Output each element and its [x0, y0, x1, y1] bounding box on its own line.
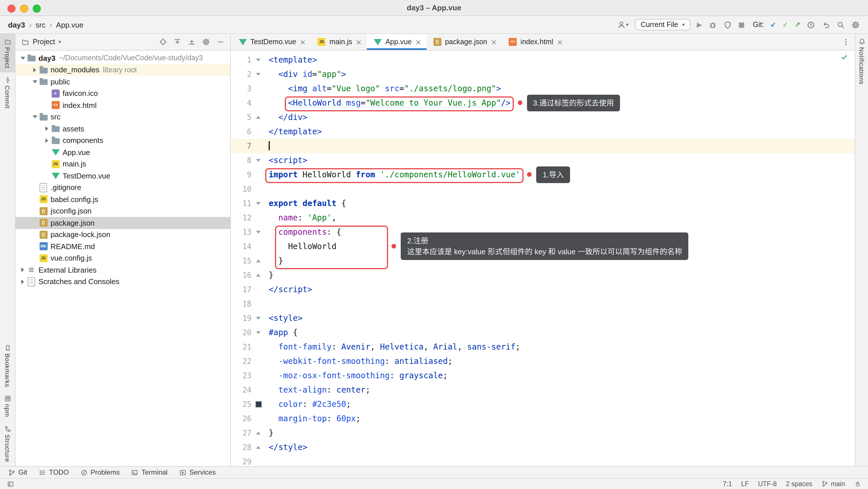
tree-item-day3[interactable]: day3~/Documents/Code/VueCode/vue-study/d… [16, 52, 230, 64]
tab-close-icon[interactable] [415, 38, 422, 45]
breadcrumb-item-src[interactable]: src [36, 20, 45, 29]
tool-stripe-item-bookmarks[interactable]: Bookmarks [0, 340, 15, 391]
fold-end-icon[interactable] [256, 259, 260, 262]
chevron-down-icon[interactable] [19, 53, 26, 64]
stop-button[interactable]: ■ [738, 20, 745, 29]
rollback-button[interactable] [822, 20, 830, 29]
tool-stripe-item-project[interactable]: Project [0, 34, 15, 72]
tree-item-package-json[interactable]: {}package.json [16, 217, 230, 229]
history-button[interactable] [807, 20, 815, 29]
collapse-all-icon[interactable] [188, 38, 196, 46]
code-line[interactable]: 4 <HelloWorld msg="Welcome to Your Vue.j… [231, 96, 855, 110]
fold-end-icon[interactable] [256, 274, 260, 276]
git-push-button[interactable]: ↗ [795, 20, 800, 29]
code-line[interactable]: 20#app { [231, 325, 855, 340]
tree-item-vue-config-js[interactable]: JSvue.config.js [16, 252, 230, 264]
close-window-button[interactable] [7, 5, 16, 12]
code-line[interactable]: 16} [231, 268, 855, 282]
tree-item-testdemo-vue[interactable]: TestDemo.vue [16, 170, 230, 182]
tool-stripe-item-npm[interactable]: npm [0, 391, 15, 421]
editor-tab-testdemo-vue[interactable]: TestDemo.vue [232, 34, 311, 50]
inspections-ok-icon[interactable] [840, 53, 848, 61]
code-line[interactable]: 22 -webkit-font-smoothing: antialiased; [231, 354, 855, 368]
indent-setting[interactable]: 2 spaces [786, 480, 812, 487]
chevron-right-icon[interactable] [19, 264, 26, 276]
tab-close-icon[interactable] [355, 38, 362, 45]
code-line[interactable]: 11export default { [231, 196, 855, 210]
tree-item-main-js[interactable]: JSmain.js [16, 158, 230, 170]
code-line[interactable]: 14 HelloWorld [231, 239, 855, 254]
debug-button[interactable] [708, 20, 717, 29]
panel-options-icon[interactable] [202, 38, 210, 46]
code-line[interactable]: 26 margin-top: 60px; [231, 412, 855, 426]
editor-tab-app-vue[interactable]: App.vue [367, 34, 427, 50]
tree-item-package-lock-json[interactable]: {}package-lock.json [16, 229, 230, 240]
tree-item-app-vue[interactable]: App.vue [16, 146, 230, 158]
code-line[interactable]: 12 name: 'App', [231, 210, 855, 225]
git-commit-button[interactable]: ✓ [782, 20, 788, 29]
git-update-button[interactable]: ↙ [770, 20, 776, 29]
code-line[interactable]: 2 <div id="app"> [231, 67, 855, 82]
tool-window-button-git[interactable]: Git [8, 468, 27, 477]
editor-tab-main-js[interactable]: JSmain.js [311, 34, 367, 50]
code-line[interactable]: 21 font-family: Avenir, Helvetica, Arial… [231, 340, 855, 354]
code-line[interactable]: 17</script> [231, 282, 855, 297]
code-line[interactable]: 6</template> [231, 125, 855, 139]
settings-button[interactable] [851, 20, 860, 29]
fold-collapse-icon[interactable] [256, 159, 260, 162]
minimize-window-button[interactable] [20, 5, 28, 12]
code-line[interactable]: 9import HelloWorld from './components/He… [231, 168, 855, 182]
read-only-lock-icon[interactable] [854, 480, 861, 487]
fold-end-icon[interactable] [256, 446, 260, 449]
chevron-right-icon[interactable] [43, 135, 51, 146]
tree-item-scratches-and-consoles[interactable]: Scratches and Consoles [16, 276, 230, 288]
tool-window-button-terminal[interactable]: Terminal [131, 468, 167, 477]
fold-end-icon[interactable] [256, 432, 260, 434]
code-line[interactable]: 23 -moz-osx-font-smoothing: grayscale; [231, 368, 855, 383]
fold-collapse-icon[interactable] [256, 59, 260, 61]
fold-collapse-icon[interactable] [256, 231, 260, 234]
tree-item-gitignore[interactable]: .gitignore [16, 182, 230, 193]
select-opened-file-icon[interactable] [159, 38, 167, 46]
fold-collapse-icon[interactable] [256, 331, 260, 334]
tree-item-public[interactable]: public [16, 76, 230, 88]
tree-item-jsconfig-json[interactable]: {}jsconfig.json [16, 205, 230, 217]
editor-tab-index-html[interactable]: <>index.html [502, 34, 568, 50]
code-line[interactable]: 1<template> [231, 53, 855, 67]
coverage-button[interactable] [723, 20, 732, 29]
tree-item-node-modules[interactable]: node_moduleslibrary root [16, 64, 230, 76]
chevron-right-icon[interactable] [43, 123, 51, 135]
tree-item-components[interactable]: components [16, 135, 230, 146]
tool-window-button-todo[interactable]: TODO [39, 468, 69, 477]
chevron-down-icon[interactable] [31, 111, 38, 123]
breadcrumb-item-app-vue[interactable]: App.vue [56, 20, 83, 29]
code-line[interactable]: 10 [231, 182, 855, 196]
tab-close-icon[interactable] [557, 38, 563, 45]
code-line[interactable]: 3 <img alt="Vue logo" src="./assets/logo… [231, 82, 855, 96]
tree-item-assets[interactable]: assets [16, 123, 230, 135]
tab-close-icon[interactable] [491, 38, 497, 45]
tool-window-button-problems[interactable]: Problems [81, 468, 120, 477]
line-separator[interactable]: LF [741, 480, 749, 487]
code-line[interactable]: 28</style> [231, 440, 855, 455]
hide-panel-icon[interactable] [216, 38, 224, 46]
fold-collapse-icon[interactable] [256, 73, 260, 76]
code-line[interactable]: 15 } [231, 254, 855, 268]
code-line[interactable]: 25 color: #2c3e50; [231, 397, 855, 412]
caret-position[interactable]: 7:1 [723, 480, 732, 487]
tree-item-babel-config-js[interactable]: JSbabel.config.js [16, 193, 230, 205]
code-line[interactable]: 18 [231, 297, 855, 311]
tool-stripe-item-commit[interactable]: Commit [0, 72, 15, 113]
fold-end-icon[interactable] [256, 116, 260, 119]
breadcrumb-item-day3[interactable]: day3 [8, 20, 25, 29]
chevron-right-icon[interactable] [31, 64, 38, 76]
tree-item-readme-md[interactable]: MDREADME.md [16, 240, 230, 252]
tab-close-icon[interactable] [300, 38, 306, 45]
chevron-right-icon[interactable] [19, 276, 26, 288]
zoom-window-button[interactable] [33, 5, 41, 12]
code-line[interactable]: 13 components: { [231, 225, 855, 239]
code-line[interactable]: 27} [231, 426, 855, 440]
code-editor[interactable]: 1<template>2 <div id="app">3 <img alt="V… [231, 51, 855, 466]
project-panel-title-dropdown[interactable]: Project [21, 38, 61, 46]
editor-tab-package-json[interactable]: {}package.json [427, 34, 502, 50]
